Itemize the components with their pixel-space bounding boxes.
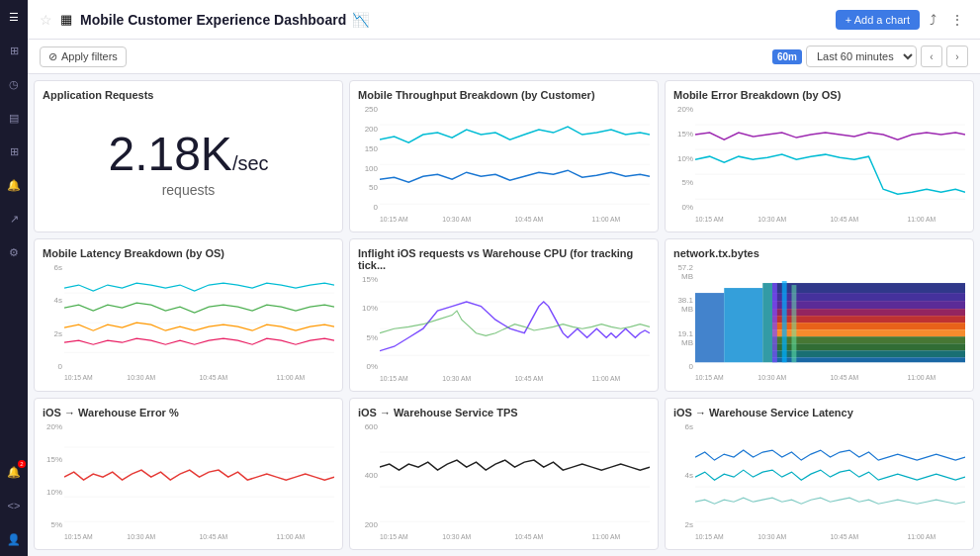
svg-rect-46 bbox=[782, 281, 787, 362]
ios-warehouse-latency-title: iOS → Warehouse Service Latency bbox=[673, 407, 965, 418]
filter-icon: ⊘ bbox=[48, 50, 57, 63]
ios-warehouse-tps-title: iOS → Warehouse Service TPS bbox=[358, 407, 650, 418]
svg-text:10:15 AM: 10:15 AM bbox=[380, 533, 408, 540]
code-icon[interactable]: <> bbox=[5, 497, 23, 514]
y-axis-labels: 6s4s2s bbox=[673, 422, 695, 541]
ios-warehouse-error-title: iOS → Warehouse Error % bbox=[43, 407, 334, 418]
svg-text:11:00 AM: 11:00 AM bbox=[908, 533, 936, 540]
time-select[interactable]: Last 60 minutes Last 30 minutes Last 15 … bbox=[806, 46, 917, 67]
tps-chart: 10:15 AM 10:30 AM 10:45 AM 11:00 AM bbox=[380, 422, 650, 541]
svg-rect-38 bbox=[772, 316, 965, 323]
mobile-error-os-title: Mobile Error Breakdown (by OS) bbox=[673, 89, 965, 101]
time-next-button[interactable]: › bbox=[946, 46, 968, 67]
mobile-throughput-card: Mobile Throughput Breakdown (by Customer… bbox=[349, 80, 659, 232]
svg-text:11:00 AM: 11:00 AM bbox=[592, 216, 621, 223]
svg-text:11:00 AM: 11:00 AM bbox=[592, 375, 621, 382]
chart-area: 10:15 AM 10:30 AM 10:45 AM 11:00 AM bbox=[695, 263, 965, 382]
apply-filters-button[interactable]: ⊘ Apply filters bbox=[40, 46, 127, 67]
y-axis-labels: 57.2 MB38.1 MB19.1 MB0 bbox=[673, 263, 695, 382]
filter-label: Apply filters bbox=[61, 50, 118, 62]
inflight-ios-body: 15%10%5%0% 10:15 AM 10:30 AM 10:45 AM bbox=[358, 275, 650, 382]
network-tx-bytes-body: 57.2 MB38.1 MB19.1 MB0 bbox=[673, 263, 965, 382]
notification-icon[interactable]: 🔔 2 bbox=[5, 463, 23, 481]
error-os-chart: 10:15 AM 10:30 AM 10:45 AM 11:00 AM bbox=[695, 105, 965, 224]
svg-text:10:45 AM: 10:45 AM bbox=[831, 216, 859, 223]
ios-warehouse-latency-card: iOS → Warehouse Service Latency 6s4s2s bbox=[665, 398, 974, 550]
dashboard-icon: ▦ bbox=[60, 12, 72, 27]
clock-icon[interactable]: ◷ bbox=[5, 75, 23, 93]
svg-text:10:15 AM: 10:15 AM bbox=[380, 216, 408, 223]
svg-text:10:15 AM: 10:15 AM bbox=[695, 375, 724, 382]
document-icon[interactable]: ▤ bbox=[5, 109, 23, 127]
chart-area: 10:15 AM 10:30 AM 10:45 AM 11:00 AM bbox=[380, 275, 650, 382]
user-icon[interactable]: 👤 bbox=[5, 530, 23, 548]
y-axis-labels: 600400200 bbox=[358, 422, 380, 541]
y-axis-labels: 6s4s2s0 bbox=[43, 263, 64, 382]
y-axis-labels: 20%15%10%5%0% bbox=[673, 105, 695, 224]
application-requests-body: 2.18K /sec requests bbox=[43, 105, 334, 224]
svg-text:10:30 AM: 10:30 AM bbox=[757, 533, 786, 540]
svg-rect-36 bbox=[772, 301, 965, 309]
home-icon[interactable]: ⊞ bbox=[5, 42, 23, 59]
svg-text:11:00 AM: 11:00 AM bbox=[592, 533, 621, 540]
svg-rect-44 bbox=[772, 358, 965, 363]
svg-text:11:00 AM: 11:00 AM bbox=[908, 216, 936, 223]
svg-text:10:45 AM: 10:45 AM bbox=[515, 375, 544, 382]
chart-area: 10:15 AM 10:30 AM 10:45 AM 11:00 AM bbox=[695, 105, 965, 224]
menu-icon[interactable]: ☰ bbox=[5, 8, 23, 26]
svg-text:11:00 AM: 11:00 AM bbox=[277, 375, 306, 382]
time-controls: 60m Last 60 minutes Last 30 minutes Last… bbox=[772, 46, 968, 67]
svg-rect-43 bbox=[772, 351, 965, 358]
latency-chart: 10:15 AM 10:30 AM 10:45 AM 11:00 AM bbox=[695, 422, 965, 541]
svg-text:10:30 AM: 10:30 AM bbox=[757, 375, 786, 382]
svg-rect-45 bbox=[772, 283, 777, 362]
svg-rect-40 bbox=[772, 330, 965, 337]
application-requests-title: Application Requests bbox=[43, 89, 334, 101]
application-requests-card: Application Requests 2.18K /sec requests bbox=[34, 80, 343, 232]
mobile-latency-os-body: 6s4s2s0 10:15 AM 10:30 AM bbox=[43, 263, 334, 382]
grid-icon[interactable]: ⊞ bbox=[5, 142, 23, 160]
chart-area: 10:15 AM 10:30 AM 10:45 AM 11:00 AM bbox=[64, 422, 334, 541]
svg-text:10:30 AM: 10:30 AM bbox=[442, 533, 471, 540]
svg-text:10:45 AM: 10:45 AM bbox=[200, 375, 228, 382]
sidebar: ☰ ⊞ ◷ ▤ ⊞ 🔔 ↗ ⚙ 🔔 2 <> 👤 bbox=[0, 0, 28, 556]
svg-text:10:45 AM: 10:45 AM bbox=[831, 375, 859, 382]
ios-warehouse-error-body: 20%15%10%5% 10:15 AM 10:30 AM 10:45 AM bbox=[43, 422, 334, 541]
big-number-display: 2.18K /sec requests bbox=[43, 105, 334, 224]
mobile-error-os-card: Mobile Error Breakdown (by OS) 20%15%10%… bbox=[665, 80, 974, 232]
svg-text:10:30 AM: 10:30 AM bbox=[442, 216, 471, 223]
network-chart: 10:15 AM 10:30 AM 10:45 AM 11:00 AM bbox=[695, 263, 965, 382]
svg-text:10:15 AM: 10:15 AM bbox=[695, 216, 724, 223]
main-content: ☆ ▦ Mobile Customer Experience Dashboard… bbox=[28, 0, 980, 556]
svg-text:10:15 AM: 10:15 AM bbox=[695, 533, 724, 540]
ios-warehouse-tps-card: iOS → Warehouse Service TPS 600400200 10… bbox=[349, 398, 659, 550]
bell-icon[interactable]: 🔔 bbox=[5, 176, 23, 194]
svg-text:10:45 AM: 10:45 AM bbox=[831, 533, 859, 540]
ios-warehouse-error-card: iOS → Warehouse Error % 20%15%10%5% 1 bbox=[34, 398, 343, 550]
svg-rect-33 bbox=[762, 283, 772, 362]
time-prev-button[interactable]: ‹ bbox=[921, 46, 942, 67]
svg-rect-47 bbox=[792, 285, 797, 362]
svg-text:10:15 AM: 10:15 AM bbox=[380, 375, 408, 382]
svg-text:10:30 AM: 10:30 AM bbox=[442, 375, 471, 382]
svg-rect-35 bbox=[772, 293, 965, 301]
edit-icon[interactable]: 📉 bbox=[352, 12, 369, 28]
svg-rect-34 bbox=[772, 283, 965, 293]
svg-text:10:15 AM: 10:15 AM bbox=[64, 375, 93, 382]
ios-error-chart: 10:15 AM 10:30 AM 10:45 AM 11:00 AM bbox=[64, 422, 334, 541]
ios-warehouse-latency-body: 6s4s2s 10:15 AM 10:30 AM 10:45 AM bbox=[673, 422, 965, 541]
chart-area: 10:15 AM 10:30 AM 10:45 AM 11:00 AM bbox=[380, 105, 650, 224]
settings-icon[interactable]: ⚙ bbox=[5, 243, 23, 261]
page-title: Mobile Customer Experience Dashboard 📉 bbox=[80, 12, 828, 28]
add-chart-button[interactable]: + Add a chart bbox=[836, 10, 920, 30]
share-button[interactable]: ⤴ bbox=[926, 10, 940, 30]
trending-icon[interactable]: ↗ bbox=[5, 210, 23, 228]
chart-area: 10:15 AM 10:30 AM 10:45 AM 11:00 AM bbox=[695, 422, 965, 541]
inflight-chart: 10:15 AM 10:30 AM 10:45 AM 11:00 AM bbox=[380, 275, 650, 382]
star-icon[interactable]: ☆ bbox=[40, 12, 52, 28]
big-number-label: requests bbox=[162, 182, 216, 198]
inflight-ios-card: Inflight iOS requests vs Warehouse CPU (… bbox=[349, 238, 659, 391]
more-button[interactable]: ⋮ bbox=[946, 10, 968, 30]
latency-os-chart: 10:15 AM 10:30 AM 10:45 AM 11:00 AM bbox=[64, 263, 334, 382]
svg-rect-39 bbox=[772, 323, 965, 329]
